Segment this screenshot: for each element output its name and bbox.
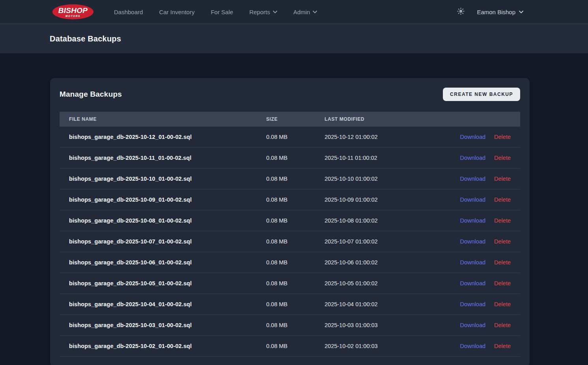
table-row: bishops_garage_db-2025-10-07_01-00-02.sq… <box>60 231 520 252</box>
nav-item-admin-dropdown[interactable]: Admin <box>293 9 317 15</box>
file-size: 0.08 MB <box>266 343 325 349</box>
table-row: bishops_garage_db-2025-10-11_01-00-02.sq… <box>60 148 520 168</box>
file-size: 0.08 MB <box>266 176 325 182</box>
delete-link[interactable]: Delete <box>494 197 511 203</box>
table-row: bishops_garage_db-2025-10-03_01-00-02.sq… <box>60 315 520 336</box>
delete-link[interactable]: Delete <box>494 238 511 245</box>
card-header: Manage Backups CREATE NEW BACKUP <box>60 88 520 101</box>
file-name: bishops_garage_db-2025-10-08_01-00-02.sq… <box>60 217 266 224</box>
chevron-down-icon <box>519 11 523 13</box>
nav-item-dashboard[interactable]: Dashboard <box>114 9 143 15</box>
last-modified: 2025-10-02 01:00:03 <box>325 343 454 349</box>
row-actions: Download Delete <box>454 322 520 328</box>
download-link[interactable]: Download <box>460 155 486 161</box>
file-name: bishops_garage_db-2025-10-02_01-00-02.sq… <box>60 343 266 349</box>
download-link[interactable]: Download <box>460 280 486 286</box>
table-row: bishops_garage_db-2025-10-09_01-00-02.sq… <box>60 189 520 210</box>
file-name: bishops_garage_db-2025-10-05_01-00-02.sq… <box>60 280 266 286</box>
create-new-backup-button[interactable]: CREATE NEW BACKUP <box>443 88 520 101</box>
row-actions: Download Delete <box>454 176 520 182</box>
logo-brand-subtext: MOTORS <box>65 15 80 17</box>
delete-link[interactable]: Delete <box>494 134 511 140</box>
bishop-motors-logo[interactable]: BISHOP MOTORS <box>52 4 93 19</box>
delete-link[interactable]: Delete <box>494 217 511 224</box>
card-title: Manage Backups <box>60 90 122 99</box>
manage-backups-card: Manage Backups CREATE NEW BACKUP FILE NA… <box>50 78 530 365</box>
row-actions: Download Delete <box>454 343 520 349</box>
table-row: bishops_garage_db-2025-10-10_01-00-02.sq… <box>60 168 520 189</box>
file-size: 0.08 MB <box>266 259 325 266</box>
nav-item-car-inventory[interactable]: Car Inventory <box>159 9 194 15</box>
download-link[interactable]: Download <box>460 134 486 140</box>
file-size: 0.08 MB <box>266 238 325 245</box>
navbar: BISHOP MOTORS Dashboard Car Inventory Fo… <box>0 0 588 24</box>
row-actions: Download Delete <box>454 197 520 203</box>
backup-table-body: bishops_garage_db-2025-10-12_01-00-02.sq… <box>60 127 520 357</box>
download-link[interactable]: Download <box>460 322 486 328</box>
file-size: 0.08 MB <box>266 197 325 203</box>
file-name: bishops_garage_db-2025-10-09_01-00-02.sq… <box>60 197 266 203</box>
file-name: bishops_garage_db-2025-10-07_01-00-02.sq… <box>60 238 266 245</box>
delete-link[interactable]: Delete <box>494 176 511 182</box>
file-size: 0.08 MB <box>266 322 325 328</box>
backups-table: FILE NAME SIZE LAST MODIFIED bishops_gar… <box>60 112 520 357</box>
delete-link[interactable]: Delete <box>494 280 511 286</box>
table-row: bishops_garage_db-2025-10-02_01-00-02.sq… <box>60 336 520 357</box>
table-row: bishops_garage_db-2025-10-04_01-00-02.sq… <box>60 294 520 315</box>
delete-link[interactable]: Delete <box>494 322 511 328</box>
nav-item-for-sale[interactable]: For Sale <box>211 9 233 15</box>
nav-item-reports-dropdown[interactable]: Reports <box>249 9 277 15</box>
delete-link[interactable]: Delete <box>494 155 511 161</box>
delete-link[interactable]: Delete <box>494 301 511 307</box>
chevron-down-icon <box>273 11 277 13</box>
user-name: Eamon Bishop <box>477 9 515 15</box>
last-modified: 2025-10-03 01:00:03 <box>325 322 454 328</box>
last-modified: 2025-10-08 01:00:02 <box>325 217 454 224</box>
last-modified: 2025-10-05 01:00:02 <box>325 280 454 286</box>
column-header-last-modified: LAST MODIFIED <box>325 116 454 122</box>
file-name: bishops_garage_db-2025-10-12_01-00-02.sq… <box>60 134 266 140</box>
page-title: Database Backups <box>50 34 121 43</box>
file-size: 0.08 MB <box>266 280 325 286</box>
last-modified: 2025-10-06 01:00:02 <box>325 259 454 266</box>
download-link[interactable]: Download <box>460 343 486 349</box>
nav-item-label: Reports <box>249 9 270 15</box>
nav-item-label: Dashboard <box>114 9 143 15</box>
table-row: bishops_garage_db-2025-10-06_01-00-02.sq… <box>60 252 520 273</box>
row-actions: Download Delete <box>454 217 520 224</box>
row-actions: Download Delete <box>454 259 520 266</box>
file-size: 0.08 MB <box>266 301 325 307</box>
last-modified: 2025-10-11 01:00:02 <box>325 155 454 161</box>
download-link[interactable]: Download <box>460 301 486 307</box>
row-actions: Download Delete <box>454 280 520 286</box>
last-modified: 2025-10-09 01:00:02 <box>325 197 454 203</box>
download-link[interactable]: Download <box>460 197 486 203</box>
user-menu-dropdown[interactable]: Eamon Bishop <box>477 9 523 15</box>
download-link[interactable]: Download <box>460 176 486 182</box>
last-modified: 2025-10-10 01:00:02 <box>325 176 454 182</box>
row-actions: Download Delete <box>454 134 520 140</box>
file-size: 0.08 MB <box>266 134 325 140</box>
row-actions: Download Delete <box>454 238 520 245</box>
nav-item-label: Admin <box>293 9 310 15</box>
table-row: bishops_garage_db-2025-10-08_01-00-02.sq… <box>60 210 520 231</box>
file-name: bishops_garage_db-2025-10-04_01-00-02.sq… <box>60 301 266 307</box>
last-modified: 2025-10-04 01:00:02 <box>325 301 454 307</box>
theme-toggle-button[interactable] <box>457 7 465 17</box>
delete-link[interactable]: Delete <box>494 259 511 266</box>
main-nav: Dashboard Car Inventory For Sale Reports… <box>114 9 317 15</box>
delete-link[interactable]: Delete <box>494 343 511 349</box>
file-name: bishops_garage_db-2025-10-03_01-00-02.sq… <box>60 322 266 328</box>
table-row: bishops_garage_db-2025-10-12_01-00-02.sq… <box>60 127 520 148</box>
file-name: bishops_garage_db-2025-10-06_01-00-02.sq… <box>60 259 266 266</box>
row-actions: Download Delete <box>454 301 520 307</box>
download-link[interactable]: Download <box>460 259 486 266</box>
file-name: bishops_garage_db-2025-10-10_01-00-02.sq… <box>60 176 266 182</box>
download-link[interactable]: Download <box>460 217 486 224</box>
file-name: bishops_garage_db-2025-10-11_01-00-02.sq… <box>60 155 266 161</box>
table-header-row: FILE NAME SIZE LAST MODIFIED <box>60 112 520 127</box>
table-row: bishops_garage_db-2025-10-05_01-00-02.sq… <box>60 273 520 294</box>
download-link[interactable]: Download <box>460 238 486 245</box>
navbar-right-group: Eamon Bishop <box>457 7 523 17</box>
row-actions: Download Delete <box>454 155 520 161</box>
